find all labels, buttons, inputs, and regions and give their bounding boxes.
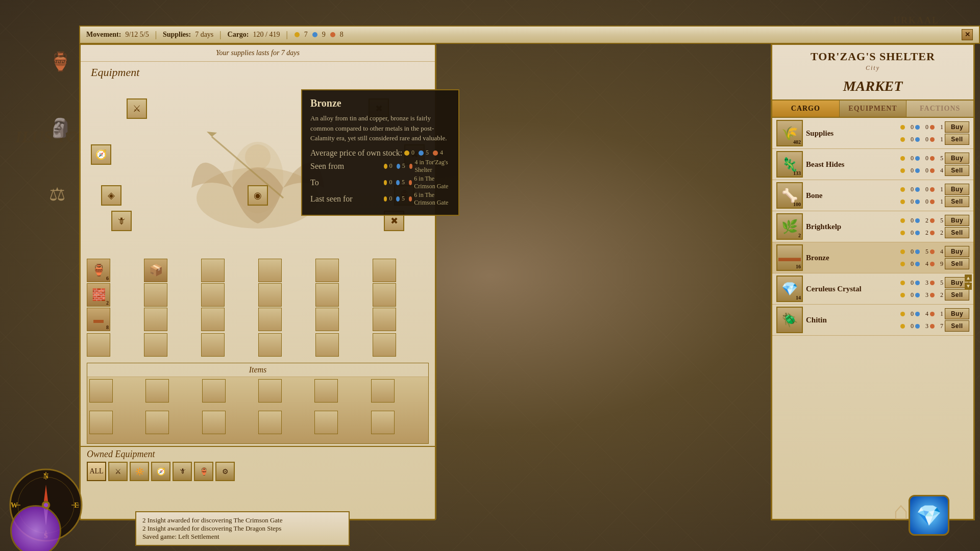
market-row-beast-hides[interactable]: 🦎 133 Beast Hides 0 0 5 Buy 0 0 4 Sell [772, 149, 973, 180]
item-slot-3[interactable] [258, 379, 282, 403]
market-row-chitin[interactable]: 🪲 Chitin 0 4 1 Buy 0 3 7 Sell [772, 305, 973, 336]
bone-sell-button[interactable]: Sell [945, 196, 969, 207]
item-slot-5[interactable] [371, 379, 395, 403]
cargo-section: 🏺 6 📦 🧱 2 ▬ 8 [81, 257, 435, 361]
filter-gear[interactable]: ⚙ [215, 462, 235, 481]
bronze-sell-button[interactable]: Sell [945, 258, 969, 269]
chitin-buy-button[interactable]: Buy [945, 308, 969, 319]
brightkelp-sell-button[interactable]: Sell [945, 227, 969, 238]
filter-all[interactable]: ALL [87, 462, 106, 481]
filter-compass[interactable]: 🧭 [151, 462, 170, 481]
equip-slot-ring[interactable]: ◈ [101, 185, 121, 206]
market-row-bone[interactable]: 🦴 100 Bone 0 0 1 Buy 0 0 1 Sell [772, 180, 973, 211]
market-row-brightkelp[interactable]: 🌿 2 Brightkelp 0 2 5 Buy 0 2 2 Sell [772, 211, 973, 242]
equip-slot-offhand[interactable]: 🧭 [91, 144, 111, 165]
item-slot-10[interactable] [314, 411, 338, 434]
item-slot-4[interactable] [314, 379, 338, 403]
item-slot-11[interactable] [371, 411, 395, 434]
offhand-slot-icon: 🧭 [95, 149, 107, 160]
tooltip-to-label: To [310, 178, 382, 187]
supplies-value: 7 days [195, 31, 213, 39]
cargo-slot-3[interactable] [258, 259, 282, 282]
cargo-slot-e2[interactable] [201, 333, 225, 357]
cargo-slot-7[interactable] [144, 283, 167, 307]
equip-slot-boots[interactable]: ◉ [248, 185, 268, 206]
bronze-prices: 0 5 4 Buy 0 4 9 Sell [900, 246, 969, 269]
blue-gem: 💎 [909, 495, 949, 536]
cargo-slot-16[interactable] [315, 308, 339, 331]
item-slot-8[interactable] [202, 411, 226, 434]
supply-duration-text: Your supplies lasts for 7 days [81, 45, 435, 62]
supplies-buy-button[interactable]: Buy [945, 121, 969, 133]
cargo-slot-e5[interactable] [373, 333, 396, 357]
market-item-list[interactable]: 🌾 402 Supplies 0 0 1 Buy 0 0 [772, 118, 973, 505]
cargo-slot-8[interactable] [201, 283, 225, 307]
owned-equipment-filters: ALL ⚔ 🔆 🧭 🗡 🏺 ⚙ [87, 462, 429, 481]
filter-vase[interactable]: 🏺 [194, 462, 213, 481]
cargo-slot-e4[interactable] [315, 333, 339, 357]
item-slot-0[interactable] [89, 379, 113, 403]
items-grid [87, 377, 428, 443]
cargo-slot-17[interactable] [373, 308, 396, 331]
cargo-slot-5[interactable] [373, 259, 396, 282]
supplies-count: 402 [793, 139, 801, 145]
scroll-up-button[interactable]: ▲ [965, 274, 972, 282]
res2-value: 9 [322, 31, 326, 39]
cargo-slot-14[interactable] [201, 308, 225, 331]
cargo-slot-e3[interactable] [258, 333, 282, 357]
item-slot-1[interactable] [145, 379, 169, 403]
cargo-slot-e1[interactable] [144, 333, 167, 357]
beast-hides-sell-button[interactable]: Sell [945, 165, 969, 176]
cargo-slot-13[interactable] [144, 308, 167, 331]
market-title: MARKET [772, 76, 973, 101]
bone-buy-button[interactable]: Buy [945, 184, 969, 195]
cargo-slot-11[interactable] [373, 283, 396, 307]
beast-hides-icon: 🦎 133 [776, 151, 803, 178]
filter-dagger[interactable]: 🗡 [173, 462, 192, 481]
cargo-slot-4[interactable] [315, 259, 339, 282]
cargo-grid: 🏺 6 📦 🧱 2 ▬ 8 [87, 259, 429, 331]
scroll-down-button[interactable]: ▼ [965, 283, 972, 290]
cargo-slot-15[interactable] [258, 308, 282, 331]
tooltip-last-seen-label: Last seen for [310, 194, 382, 204]
cargo-slot-e0[interactable] [87, 333, 110, 357]
res1-value: 7 [304, 31, 308, 39]
cargo-slot-1[interactable]: 📦 [144, 259, 167, 282]
supplies-sell-button[interactable]: Sell [945, 134, 969, 145]
filter-shield[interactable]: 🔆 [130, 462, 149, 481]
tab-cargo[interactable]: CARGO [772, 101, 840, 117]
market-row-ceruleus[interactable]: 💎 14 Ceruleus Crystal 0 3 5 Buy 0 3 2 Se… [772, 273, 973, 305]
chitin-sell-button[interactable]: Sell [945, 320, 969, 332]
market-tabs: CARGO EQUIPMENT FACTIONS [772, 101, 973, 118]
market-row-supplies[interactable]: 🌾 402 Supplies 0 0 1 Buy 0 0 [772, 118, 973, 149]
item-slot-2[interactable] [202, 379, 226, 403]
owned-equipment-title: Owned Equipment [87, 449, 429, 460]
ceruleus-sell-button[interactable]: Sell [945, 289, 969, 300]
equip-slot-legs[interactable]: 🗡 [111, 211, 132, 231]
close-button[interactable]: ✕ [962, 29, 973, 40]
price-dot-o [930, 125, 935, 130]
tooltip-title: Bronze [310, 97, 450, 109]
item-slot-9[interactable] [258, 411, 282, 434]
filter-melee[interactable]: ⚔ [108, 462, 128, 481]
scroll-indicator: ▲ ▼ [965, 274, 972, 290]
brightkelp-buy-button[interactable]: Buy [945, 215, 969, 226]
gloves-slot-icon: ✖ [390, 215, 398, 227]
price-dot-g [900, 125, 905, 130]
beast-hides-count: 133 [793, 170, 801, 176]
tab-factions[interactable]: FACTIONS [906, 101, 973, 117]
cargo-slot-12[interactable]: ▬ 8 [87, 308, 110, 331]
equip-slot-head[interactable]: ⚔ [127, 98, 147, 119]
brightkelp-name: Brightkelp [806, 222, 897, 231]
beast-hides-buy-button[interactable]: Buy [945, 153, 969, 164]
bronze-buy-button[interactable]: Buy [945, 246, 969, 257]
item-slot-7[interactable] [145, 411, 169, 434]
market-row-bronze[interactable]: ▬▬ 16 Bronze 0 5 4 Buy 0 4 9 Sell [772, 242, 973, 273]
cargo-slot-6[interactable]: 🧱 2 [87, 283, 110, 307]
cargo-slot-0[interactable]: 🏺 6 [87, 259, 110, 282]
item-slot-6[interactable] [89, 411, 113, 434]
cargo-slot-2[interactable] [201, 259, 225, 282]
cargo-slot-9[interactable] [258, 283, 282, 307]
cargo-slot-10[interactable] [315, 283, 339, 307]
tab-equipment[interactable]: EQUIPMENT [840, 101, 907, 117]
